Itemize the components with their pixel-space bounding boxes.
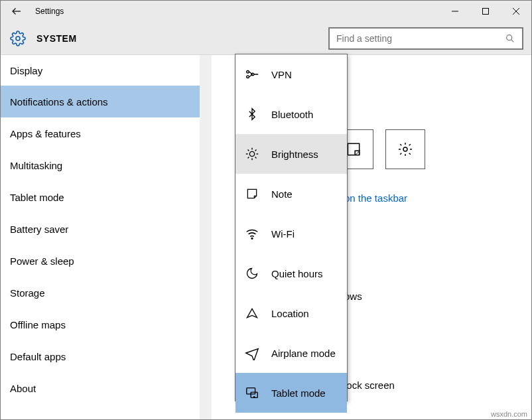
popup-item-label: Location bbox=[271, 308, 309, 319]
svg-point-10 bbox=[247, 71, 249, 74]
sidebar-item-label: Tablet mode bbox=[10, 192, 64, 203]
airplane-mode-icon bbox=[245, 346, 259, 360]
popup-item-label: Tablet mode bbox=[271, 387, 326, 399]
minimize-button[interactable] bbox=[440, 1, 470, 22]
sidebar-item-label: Offline maps bbox=[10, 319, 66, 330]
maximize-button[interactable] bbox=[470, 1, 501, 22]
sidebar-item-storage[interactable]: Storage bbox=[1, 277, 212, 309]
sidebar-item-label: Notifications & actions bbox=[10, 96, 108, 107]
popup-item-label: Airplane mode bbox=[271, 348, 336, 359]
sidebar-item-offline-maps[interactable]: Offline maps bbox=[1, 309, 212, 340]
popup-item-label: Quiet hours bbox=[271, 268, 323, 279]
sidebar: Display Notifications & actions Apps & f… bbox=[1, 55, 212, 419]
wifi-icon bbox=[245, 226, 259, 241]
sidebar-item-label: Apps & features bbox=[10, 128, 81, 139]
svg-point-9 bbox=[403, 147, 407, 151]
svg-line-19 bbox=[255, 157, 257, 159]
sidebar-item-tablet-mode[interactable]: Tablet mode bbox=[1, 181, 212, 213]
popup-item-airplane-mode[interactable]: Airplane mode bbox=[235, 333, 347, 373]
sidebar-item-label: Battery saver bbox=[10, 224, 68, 235]
watermark: wsxdn.com bbox=[491, 410, 527, 418]
popup-item-label: VPN bbox=[271, 69, 292, 80]
sidebar-item-label: Display bbox=[10, 65, 42, 76]
sidebar-item-battery-saver[interactable]: Battery saver bbox=[1, 213, 212, 245]
popup-item-vpn[interactable]: VPN bbox=[235, 54, 347, 94]
popup-item-wifi[interactable]: Wi-Fi bbox=[235, 214, 347, 253]
bluetooth-icon bbox=[245, 107, 259, 121]
back-button[interactable] bbox=[1, 1, 33, 22]
svg-line-18 bbox=[247, 149, 249, 151]
sidebar-item-apps-features[interactable]: Apps & features bbox=[1, 117, 212, 149]
popup-item-label: Wi-Fi bbox=[271, 228, 295, 240]
popup-item-bluetooth[interactable]: Bluetooth bbox=[235, 94, 347, 134]
sidebar-item-display[interactable]: Display bbox=[1, 55, 212, 86]
quick-action-tile-settings[interactable] bbox=[385, 129, 425, 169]
titlebar: Settings bbox=[1, 1, 531, 22]
sidebar-item-label: Power & sleep bbox=[10, 255, 74, 267]
note-icon bbox=[245, 187, 259, 200]
svg-point-13 bbox=[249, 151, 254, 156]
sidebar-item-multitasking[interactable]: Multitasking bbox=[1, 149, 212, 181]
svg-point-5 bbox=[16, 36, 20, 40]
vpn-icon bbox=[245, 67, 259, 82]
popup-item-tablet-mode[interactable]: Tablet mode bbox=[235, 373, 347, 413]
popup-item-brightness[interactable]: Brightness bbox=[235, 134, 347, 174]
svg-point-22 bbox=[251, 238, 253, 239]
popup-item-location[interactable]: Location bbox=[235, 293, 347, 333]
sidebar-item-about[interactable]: About bbox=[1, 372, 212, 404]
popup-item-note[interactable]: Note bbox=[235, 174, 347, 214]
sidebar-item-label: Default apps bbox=[10, 351, 66, 362]
settings-window: Settings SYSTEM Display Notifications & … bbox=[0, 0, 532, 420]
sidebar-item-label: About bbox=[10, 383, 36, 394]
tablet-mode-icon bbox=[245, 385, 259, 400]
search-input[interactable] bbox=[336, 33, 505, 44]
svg-line-20 bbox=[247, 157, 249, 159]
brightness-icon bbox=[245, 147, 259, 161]
search-box[interactable] bbox=[328, 27, 523, 50]
header-title: SYSTEM bbox=[36, 33, 77, 44]
settings-gear-icon bbox=[9, 29, 27, 48]
text-lockscreen: lock screen bbox=[344, 380, 395, 391]
sidebar-item-power-sleep[interactable]: Power & sleep bbox=[1, 245, 212, 277]
popup-item-label: Bluetooth bbox=[271, 109, 313, 120]
popup-item-label: Note bbox=[271, 188, 293, 200]
svg-rect-2 bbox=[483, 9, 489, 15]
svg-point-6 bbox=[507, 35, 512, 40]
quick-action-picker: VPN Bluetooth Brightness Note Wi-Fi Quie… bbox=[235, 54, 348, 401]
search-icon bbox=[505, 33, 515, 44]
svg-rect-8 bbox=[348, 143, 359, 155]
svg-point-11 bbox=[247, 76, 249, 78]
popup-item-quiet-hours[interactable]: Quiet hours bbox=[235, 253, 347, 293]
sidebar-scrollbar[interactable] bbox=[200, 55, 212, 419]
sidebar-item-label: Storage bbox=[10, 287, 45, 299]
sidebar-item-default-apps[interactable]: Default apps bbox=[1, 340, 212, 372]
header: SYSTEM bbox=[1, 22, 531, 55]
quiet-hours-icon bbox=[245, 267, 259, 280]
sidebar-item-label: Multitasking bbox=[10, 160, 62, 171]
close-button[interactable] bbox=[501, 1, 531, 22]
svg-line-7 bbox=[511, 39, 514, 42]
svg-line-21 bbox=[255, 149, 257, 151]
svg-point-25 bbox=[254, 397, 255, 397]
sidebar-item-notifications[interactable]: Notifications & actions bbox=[1, 86, 212, 117]
popup-item-label: Brightness bbox=[271, 149, 318, 160]
location-icon bbox=[245, 306, 259, 320]
link-taskbar[interactable]: on the taskbar bbox=[344, 192, 407, 204]
window-title: Settings bbox=[33, 7, 440, 16]
